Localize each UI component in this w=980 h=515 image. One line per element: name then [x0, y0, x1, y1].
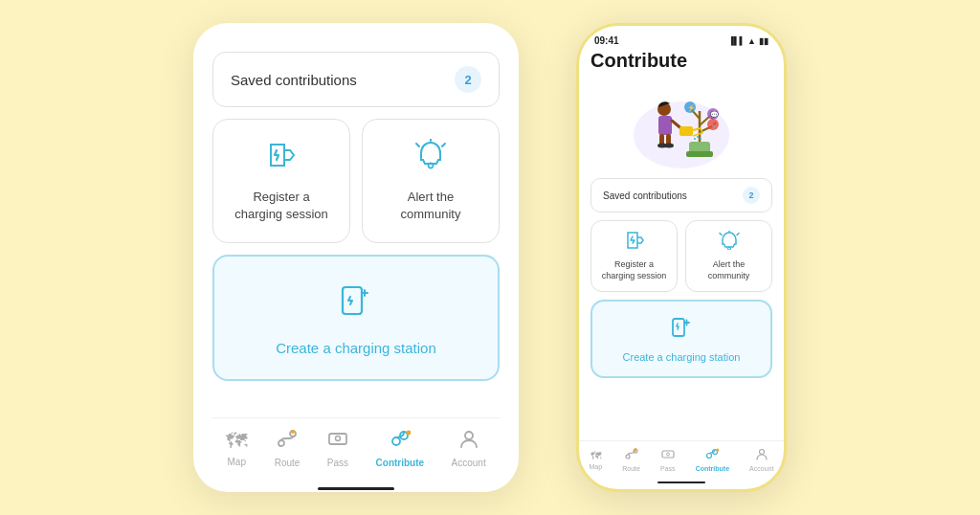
saved-contributions-row-right[interactable]: Saved contributions 2	[590, 178, 772, 213]
map-icon-right: 🗺	[590, 450, 601, 461]
nav-pass-label-right: Pass	[660, 465, 676, 472]
svg-text:⚡: ⚡	[687, 103, 696, 112]
register-charging-session-button[interactable]: Register a charging session	[212, 119, 350, 243]
svg-point-4	[291, 430, 295, 434]
phone-right: 09:41 ▐▌▌ ▲ ▮▮ Contribute	[576, 23, 787, 492]
charging-session-icon-right	[624, 231, 645, 255]
account-icon-right	[755, 447, 768, 463]
wifi-icon: ▲	[747, 36, 756, 46]
status-time: 09:41	[594, 35, 619, 46]
nav-pass-right[interactable]: Pass	[660, 447, 676, 472]
nav-contribute[interactable]: Contribute	[376, 428, 425, 468]
svg-text:📍: 📍	[710, 121, 719, 129]
contribute-icon	[390, 428, 411, 455]
svg-point-34	[634, 448, 636, 451]
nav-contribute-right[interactable]: Contribute	[696, 447, 729, 472]
svg-point-32	[626, 455, 630, 459]
register-button-label-right: Register a charging session	[602, 259, 667, 281]
nav-account-label-right: Account	[749, 465, 773, 472]
nav-route[interactable]: Route	[275, 428, 301, 468]
saved-contributions-row[interactable]: Saved contributions 2	[212, 52, 500, 107]
nav-map-right[interactable]: 🗺 Map	[590, 450, 603, 470]
alert-button-label: Alert the community	[401, 189, 461, 223]
nav-account-label: Account	[452, 458, 486, 468]
page-title: Contribute	[590, 50, 772, 72]
bottom-nav-right: 🗺 Map Route	[579, 440, 784, 480]
create-button-label: Create a charging station	[276, 340, 436, 356]
svg-point-2	[278, 440, 284, 446]
nav-route-label-right: Route	[622, 465, 640, 472]
nav-pass[interactable]: Pass	[327, 428, 348, 468]
svg-point-7	[392, 437, 400, 445]
create-station-icon	[335, 280, 377, 330]
saved-contributions-badge-right: 2	[743, 187, 760, 204]
contribute-illustration: 💬 ⚡ 📍	[624, 82, 739, 168]
home-indicator	[318, 487, 394, 490]
phone-left: Saved contributions 2 Register a chargin…	[193, 23, 519, 492]
svg-point-37	[707, 454, 712, 459]
pass-icon-right	[661, 447, 675, 463]
saved-contributions-badge: 2	[455, 66, 481, 93]
svg-point-36	[666, 453, 669, 456]
svg-text:💬: 💬	[710, 110, 719, 119]
svg-point-29	[694, 138, 696, 140]
phone-right-content: Contribute 💬	[579, 50, 784, 440]
svg-point-27	[697, 136, 699, 138]
nav-pass-label: Pass	[327, 458, 348, 468]
create-button-label-right: Create a charging station	[623, 351, 741, 363]
svg-rect-21	[658, 116, 672, 135]
status-icons: ▐▌▌ ▲ ▮▮	[728, 36, 768, 46]
nav-contribute-label-right: Contribute	[696, 465, 729, 472]
register-button-label: Register a charging session	[234, 189, 328, 223]
alert-community-icon	[413, 139, 448, 179]
battery-icon: ▮▮	[759, 36, 768, 46]
saved-contributions-label-right: Saved contributions	[603, 190, 687, 201]
charging-session-icon	[263, 139, 300, 179]
nav-map-label-right: Map	[590, 463, 603, 470]
status-bar: 09:41 ▐▌▌ ▲ ▮▮	[579, 26, 784, 50]
create-charging-station-button[interactable]: Create a charging station	[212, 255, 500, 381]
register-charging-session-button-right[interactable]: Register a charging session	[590, 220, 678, 292]
nav-route-right[interactable]: Route	[622, 447, 640, 472]
svg-rect-5	[329, 434, 346, 444]
alert-community-button[interactable]: Alert the community	[362, 119, 500, 243]
nav-account-right[interactable]: Account	[749, 447, 773, 472]
illustration-area: 💬 ⚡ 📍	[590, 79, 772, 170]
svg-point-30	[727, 247, 730, 250]
nav-contribute-label: Contribute	[376, 458, 425, 468]
pass-icon	[327, 428, 348, 455]
map-icon: 🗺	[226, 429, 247, 454]
scene: Saved contributions 2 Register a chargin…	[0, 0, 980, 515]
two-action-buttons-right: Register a charging session Alert the co…	[590, 220, 772, 292]
route-icon-right	[625, 447, 638, 463]
nav-route-label: Route	[275, 458, 301, 468]
two-action-buttons: Register a charging session Alert the co…	[212, 119, 500, 243]
bottom-nav-left: 🗺 Map Route	[212, 417, 500, 481]
home-indicator-right	[657, 481, 705, 483]
svg-rect-13	[686, 151, 713, 157]
saved-contributions-label: Saved contributions	[231, 72, 357, 88]
contribute-icon-right	[705, 447, 719, 463]
route-icon	[277, 428, 298, 455]
svg-point-6	[335, 437, 340, 441]
left-content: Saved contributions 2 Register a chargin…	[212, 42, 500, 381]
nav-map[interactable]: 🗺 Map	[226, 429, 247, 467]
alert-community-icon-right	[719, 231, 740, 255]
svg-rect-35	[662, 451, 674, 458]
create-station-icon-right	[669, 315, 694, 346]
svg-rect-26	[679, 126, 693, 136]
alert-community-button-right[interactable]: Alert the community	[685, 220, 772, 292]
alert-button-label-right: Alert the community	[708, 259, 750, 281]
signal-icon: ▐▌▌	[728, 36, 745, 45]
svg-point-28	[700, 138, 702, 140]
svg-point-10	[465, 432, 473, 439]
svg-point-40	[759, 450, 764, 455]
nav-map-label: Map	[228, 457, 246, 467]
svg-point-25	[664, 143, 674, 147]
account-icon	[458, 428, 479, 455]
svg-point-0	[429, 164, 434, 168]
nav-account[interactable]: Account	[452, 428, 486, 468]
create-charging-station-button-right[interactable]: Create a charging station	[590, 300, 772, 378]
